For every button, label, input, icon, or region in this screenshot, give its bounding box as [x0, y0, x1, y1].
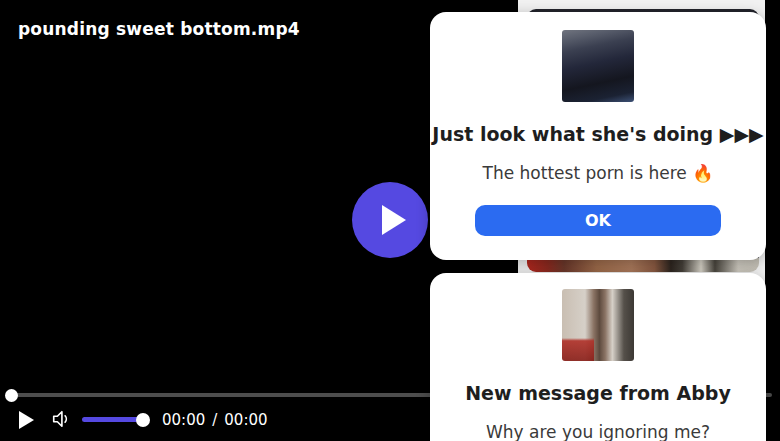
big-play-button[interactable]	[352, 182, 428, 258]
play-triangle-icon	[382, 205, 406, 235]
page: pounding sweet bottom.mp4 00:00 / 00:00	[0, 0, 780, 441]
popup-subtext: Why are you ignoring me?	[430, 422, 766, 441]
duration: 00:00	[224, 411, 267, 429]
video-title: pounding sweet bottom.mp4	[18, 19, 300, 39]
play-icon	[19, 411, 34, 429]
ok-button[interactable]: OK	[475, 205, 721, 236]
time-separator: /	[212, 411, 217, 429]
current-time: 00:00	[162, 411, 205, 429]
volume-slider[interactable]	[82, 417, 150, 422]
speaker-icon	[50, 409, 72, 429]
volume-thumb[interactable]	[136, 413, 150, 427]
ad-popup-new-message[interactable]: New message from Abby Why are you ignori…	[430, 273, 766, 441]
popup-heading: Just look what she's doing ▶▶▶	[430, 123, 766, 146]
volume-fill	[82, 417, 143, 422]
mute-button[interactable]	[50, 409, 72, 429]
ad-popup-hottest-porn[interactable]: Just look what she's doing ▶▶▶ The hotte…	[430, 12, 766, 260]
play-button[interactable]	[19, 410, 37, 429]
thumbnail-image-placeholder	[527, 258, 759, 272]
popup-thumbnail-image[interactable]	[562, 289, 634, 361]
popup-thumbnail-image[interactable]	[562, 30, 634, 102]
popup-heading: New message from Abby	[430, 382, 766, 405]
popup-subtext: The hottest porn is here 🔥	[430, 163, 766, 183]
time-display: 00:00 / 00:00	[162, 411, 268, 429]
progress-thumb[interactable]	[5, 389, 18, 402]
